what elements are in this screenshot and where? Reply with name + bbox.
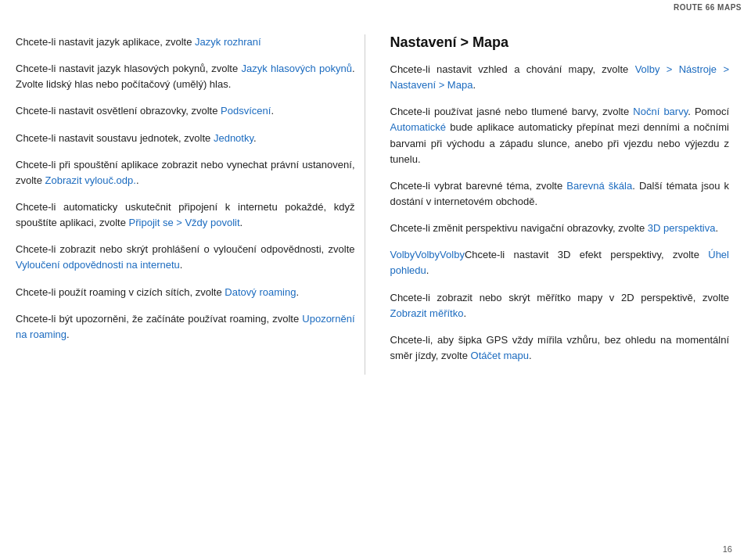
otacet-mapu-link[interactable]: Otáčet mapu bbox=[471, 350, 529, 361]
barevna-skala-link[interactable]: Barevná škála bbox=[566, 180, 632, 192]
paragraph-8: Chcete-li použít roaming v cizích sítích… bbox=[16, 285, 355, 300]
paragraph-9: Chcete-li být upozorněni, že začínáte po… bbox=[16, 311, 355, 343]
pripojit-link[interactable]: Připojit se > Vždy povolit bbox=[129, 217, 240, 228]
paragraph-3: Chcete-li nastavit osvětlení obrazovky, … bbox=[16, 103, 355, 119]
jazyk-rozhrani-link[interactable]: Jazyk rozhraní bbox=[195, 36, 261, 48]
right-paragraph-2: Chcete-li používat jasné nebo tlumené ba… bbox=[390, 104, 730, 167]
right-column: Nastavení > Mapa Chcete-li nastavit vzhl… bbox=[384, 34, 730, 375]
paragraph-1: Chcete-li nastavit jazyk aplikace, zvolt… bbox=[16, 34, 355, 50]
paragraph-6: Chcete-li automaticky uskutečnit připoje… bbox=[16, 199, 355, 231]
zobrazit-meritko-link[interactable]: Zobrazit měřítko bbox=[390, 307, 464, 319]
right-paragraph-3: Chcete-li vybrat barevné téma, zvolte Ba… bbox=[390, 178, 730, 210]
right-paragraph-6: Chcete-li zobrazit nebo skrýt měřítko ma… bbox=[390, 290, 730, 321]
paragraph-2: Chcete-li nastavit jazyk hlasových pokyn… bbox=[16, 61, 355, 92]
right-paragraph-5: VolbyVolbyVolbyChcete-li nastavit 3D efe… bbox=[390, 247, 730, 278]
nocni-barvy-link[interactable]: Noční barvy bbox=[633, 106, 688, 117]
right-paragraph-7: Chcete-li, aby šipka GPS vždy mířila vzh… bbox=[390, 332, 730, 364]
upozorneni-link[interactable]: Upozornění na roaming bbox=[16, 313, 355, 340]
page-footer: 16 bbox=[723, 544, 732, 554]
volby-volby-link[interactable]: VolbyVolbyVolby bbox=[390, 249, 465, 260]
page-header: ROUTE 66 MAPS bbox=[674, 3, 742, 12]
right-paragraph-1: Chcete-li nastavit vzhled a chování mapy… bbox=[390, 62, 730, 93]
zobrazit-vylouceni-link[interactable]: Zobrazit vylouč.odp. bbox=[45, 174, 136, 186]
paragraph-5: Chcete-li při spouštění aplikace zobrazi… bbox=[16, 157, 355, 188]
automaticke-link[interactable]: Automatické bbox=[390, 121, 447, 133]
3d-perspektiva-link[interactable]: 3D perspektiva bbox=[648, 222, 716, 234]
volby-nastroje-link[interactable]: Volby > Nástroje > Nastavení > Mapa bbox=[390, 63, 730, 91]
left-column: Chcete-li nastavit jazyk aplikace, zvolt… bbox=[16, 34, 365, 375]
jednotky-link[interactable]: Jednotky bbox=[214, 132, 253, 144]
jazyk-hlasovych-link[interactable]: Jazyk hlasových pokynů bbox=[241, 63, 351, 74]
section-title: Nastavení > Mapa bbox=[390, 34, 730, 51]
right-paragraph-4: Chcete-li změnit perspektivu navigační o… bbox=[390, 221, 730, 236]
paragraph-7: Chcete-li zobrazit nebo skrýt prohlášení… bbox=[16, 242, 355, 273]
podsviceni-link[interactable]: Podsvícení bbox=[221, 105, 271, 117]
vylouceni-link[interactable]: Vyloučení odpovědnosti na internetu bbox=[16, 259, 180, 271]
datovy-roaming-link[interactable]: Datový roaming bbox=[225, 286, 296, 298]
paragraph-4: Chcete-li nastavit soustavu jednotek, zv… bbox=[16, 131, 355, 146]
